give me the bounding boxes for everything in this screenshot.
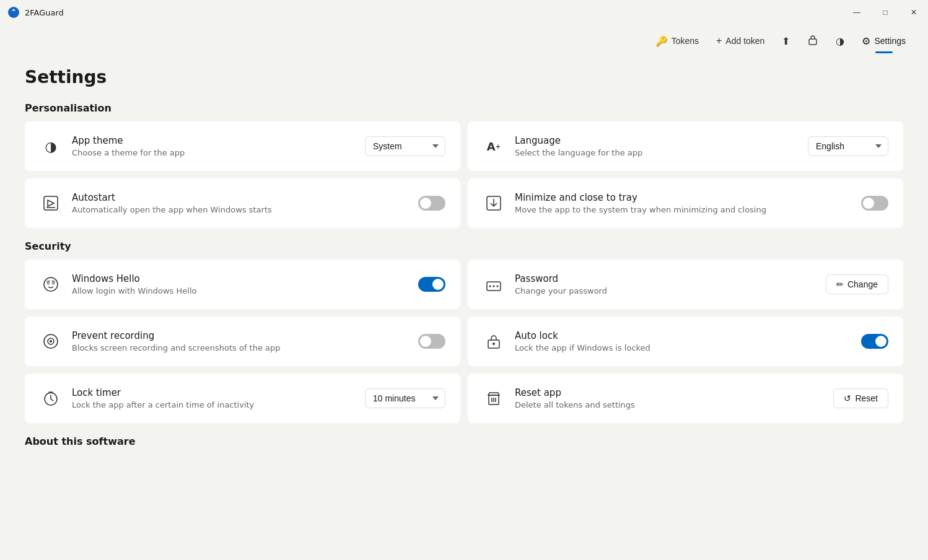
lock-timer-text: Lock timer Lock the app after a certain …: [72, 387, 355, 409]
svg-point-6: [53, 282, 55, 284]
page-title: Settings: [25, 67, 903, 87]
svg-point-8: [489, 286, 491, 287]
app-theme-desc: Choose a theme for the app: [72, 148, 355, 157]
app-theme-text: App theme Choose a theme for the app: [72, 135, 355, 157]
svg-rect-1: [809, 39, 816, 45]
app-theme-card: ◑ App theme Choose a theme for the app S…: [25, 121, 460, 171]
nav-settings[interactable]: ⚙ Settings: [854, 32, 913, 51]
svg-point-9: [493, 286, 495, 287]
svg-point-5: [48, 282, 50, 284]
minimize-button[interactable]: —: [843, 0, 871, 25]
windows-hello-toggle[interactable]: [418, 277, 445, 292]
prevent-recording-text: Prevent recording Blocks screen recordin…: [72, 330, 408, 352]
personalisation-section-title: Personalisation: [25, 102, 903, 114]
language-text: Language Select the language for the app: [515, 135, 798, 157]
svg-point-4: [44, 278, 58, 291]
nav-add-token-label: Add token: [725, 36, 764, 46]
nav-tokens[interactable]: 🔑 Tokens: [648, 32, 706, 51]
maximize-button[interactable]: □: [871, 0, 900, 25]
lock-timer-desc: Lock the app after a certain time of ina…: [72, 400, 355, 409]
auto-lock-control: [861, 334, 888, 349]
theme-icon: ◑: [836, 35, 844, 47]
auto-lock-slider: [861, 334, 888, 349]
lock-timer-icon: [40, 387, 62, 409]
auto-lock-toggle[interactable]: [861, 334, 888, 349]
main-content: Settings Personalisation ◑ App theme Cho…: [0, 57, 928, 560]
prevent-recording-desc: Blocks screen recording and screenshots …: [72, 343, 408, 352]
reset-app-desc: Delete all tokens and settings: [515, 400, 823, 409]
app-theme-control: System Light Dark: [365, 136, 445, 156]
nav-export[interactable]: ⬆: [774, 32, 797, 51]
security-section-title: Security: [25, 240, 903, 252]
app-theme-icon: ◑: [40, 135, 62, 157]
app-theme-title: App theme: [72, 135, 355, 146]
reset-app-control: ↺ Reset: [833, 388, 888, 408]
language-title: Language: [515, 135, 798, 146]
reset-app-button[interactable]: ↺ Reset: [833, 388, 888, 408]
reset-app-text: Reset app Delete all tokens and settings: [515, 387, 823, 409]
lock-timer-title: Lock timer: [72, 387, 355, 398]
password-title: Password: [515, 273, 816, 284]
language-icon: A+: [483, 135, 505, 157]
prevent-recording-card: Prevent recording Blocks screen recordin…: [25, 317, 460, 366]
language-dropdown[interactable]: English German French Spanish: [808, 136, 888, 156]
windows-hello-card: Windows Hello Allow login with Windows H…: [25, 260, 460, 309]
app-title: 2FAGuard: [25, 8, 64, 17]
about-section: About this software: [25, 435, 903, 447]
settings-icon: ⚙: [862, 35, 870, 47]
key-icon: 🔑: [655, 35, 668, 47]
password-card: Password Change your password ✏ Change: [468, 260, 903, 309]
prevent-recording-control: [418, 334, 445, 349]
autostart-control: [418, 196, 445, 211]
windows-hello-slider: [418, 277, 445, 292]
autostart-slider: [418, 196, 445, 211]
auto-lock-title: Auto lock: [515, 330, 851, 341]
nav-add-token[interactable]: + Add token: [709, 32, 772, 50]
reset-app-label: Reset: [855, 393, 878, 403]
export-icon: ⬆: [782, 35, 790, 47]
nav-theme[interactable]: ◑: [828, 32, 852, 51]
autostart-card: Autostart Automatically open the app whe…: [25, 178, 460, 228]
reset-app-title: Reset app: [515, 387, 823, 398]
language-desc: Select the language for the app: [515, 148, 798, 157]
edit-icon: ✏: [836, 279, 844, 289]
lock-timer-card: Lock timer Lock the app after a certain …: [25, 374, 460, 423]
nav-settings-label: Settings: [874, 36, 906, 46]
navbar: 🔑 Tokens + Add token ⬆ ◑ ⚙ Settings: [0, 25, 928, 57]
windows-hello-text: Windows Hello Allow login with Windows H…: [72, 273, 408, 295]
minimize-tray-desc: Move the app to the system tray when min…: [515, 205, 851, 214]
svg-point-13: [50, 340, 52, 343]
autostart-desc: Automatically open the app when Windows …: [72, 205, 408, 214]
password-control: ✏ Change: [826, 274, 888, 294]
close-button[interactable]: ✕: [900, 0, 928, 25]
prevent-recording-icon: [40, 330, 62, 352]
prevent-recording-slider: [418, 334, 445, 349]
titlebar: 2FAGuard — □ ✕: [0, 0, 928, 25]
lock-timer-dropdown[interactable]: 1 minute 5 minutes 10 minutes 30 minutes…: [365, 388, 445, 408]
security-section: Security Windows Hello Allow login: [25, 240, 903, 423]
password-desc: Change your password: [515, 286, 816, 295]
minimize-tray-title: Minimize and close to tray: [515, 192, 851, 203]
security-cards-grid: Windows Hello Allow login with Windows H…: [25, 260, 903, 423]
language-control: English German French Spanish: [808, 136, 888, 156]
autostart-toggle[interactable]: [418, 196, 445, 211]
change-password-button[interactable]: ✏ Change: [826, 274, 888, 294]
language-card: A+ Language Select the language for the …: [468, 121, 903, 171]
windows-hello-icon: [40, 273, 62, 295]
personalisation-cards-grid: ◑ App theme Choose a theme for the app S…: [25, 121, 903, 228]
app-theme-dropdown[interactable]: System Light Dark: [365, 136, 445, 156]
auto-lock-desc: Lock the app if Windows is locked: [515, 343, 851, 352]
titlebar-left: 2FAGuard: [7, 6, 64, 19]
prevent-recording-title: Prevent recording: [72, 330, 408, 341]
lock-timer-control: 1 minute 5 minutes 10 minutes 30 minutes…: [365, 388, 445, 408]
password-text: Password Change your password: [515, 273, 816, 295]
minimize-tray-control: [861, 196, 888, 211]
prevent-recording-toggle[interactable]: [418, 334, 445, 349]
autostart-title: Autostart: [72, 192, 408, 203]
nav-lock[interactable]: [800, 30, 826, 51]
minimize-tray-icon: [483, 192, 505, 214]
auto-lock-icon: [483, 330, 505, 352]
password-icon: [483, 273, 505, 295]
reset-app-card: Reset app Delete all tokens and settings…: [468, 374, 903, 423]
minimize-tray-toggle[interactable]: [861, 196, 888, 211]
